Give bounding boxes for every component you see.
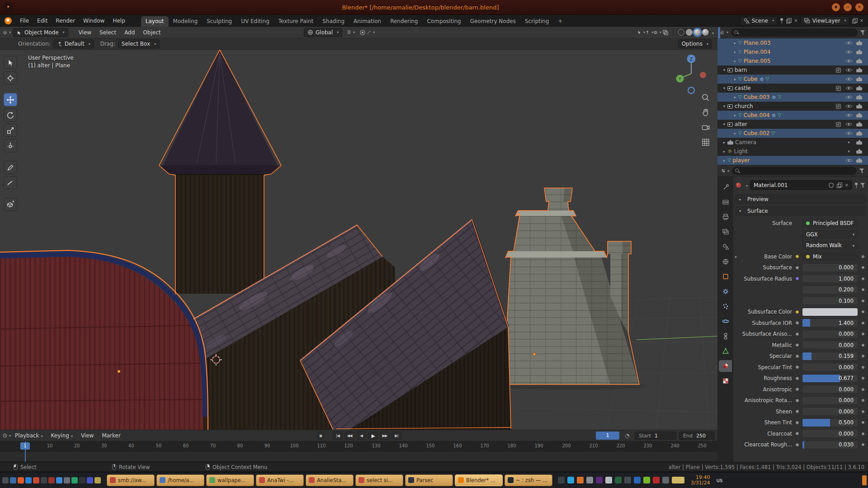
proportional-falloff-dropdown[interactable]: [367, 28, 375, 37]
specular-tint-slider[interactable]: 0.000: [802, 363, 858, 371]
tab-sculpting[interactable]: Sculpting: [202, 16, 236, 27]
expand-icon[interactable]: [732, 95, 738, 99]
menu-window[interactable]: Window: [79, 18, 108, 24]
unlink-scene-icon[interactable]: ×: [794, 18, 797, 23]
jump-to-end-button[interactable]: ▶|: [392, 432, 401, 440]
preview-range-icon[interactable]: ◔: [625, 432, 629, 439]
fake-user-shield-icon[interactable]: [829, 183, 834, 188]
animate-dot[interactable]: [862, 399, 864, 402]
shading-solid-button[interactable]: [686, 29, 693, 36]
tray-icon[interactable]: [605, 477, 612, 483]
tab-constraints[interactable]: [719, 330, 732, 342]
collection-checkbox[interactable]: [836, 86, 841, 91]
gizmos-dropdown[interactable]: [645, 28, 653, 37]
shading-rendered-button[interactable]: [702, 29, 709, 36]
pin-scene-icon[interactable]: [780, 18, 783, 23]
outliner-row-castle-collection[interactable]: castle: [717, 84, 868, 93]
tray-icon[interactable]: [577, 477, 584, 483]
keyboard-layout-indicator[interactable]: us: [716, 477, 722, 483]
menu-render[interactable]: Render: [52, 18, 79, 24]
proportional-editing-toggle[interactable]: [359, 28, 367, 37]
tray-icon[interactable]: [615, 477, 622, 483]
object-menu[interactable]: Object: [139, 29, 165, 36]
collapse-icon[interactable]: [721, 122, 727, 127]
tab-physics[interactable]: [719, 315, 732, 327]
visibility-chevron-icon[interactable]: [848, 149, 850, 154]
jump-to-start-button[interactable]: |◀: [333, 432, 343, 440]
base-color-button[interactable]: Mix: [802, 252, 858, 261]
render-visibility-icon[interactable]: [856, 86, 862, 90]
render-visibility-icon[interactable]: [856, 131, 862, 136]
timeline-ruler[interactable]: 10 20 30 40 50 60 70 80 90 100 110 120 1…: [0, 441, 717, 452]
add-cube-tool[interactable]: [4, 198, 17, 211]
select-menu[interactable]: Select: [95, 29, 120, 36]
expand-icon[interactable]: [732, 41, 738, 45]
mode-dropdown[interactable]: Object Mode: [13, 28, 68, 37]
tab-tool[interactable]: [719, 181, 732, 193]
collection-checkbox[interactable]: [836, 68, 841, 73]
taskbar-window-files[interactable]: /home/a...: [156, 474, 204, 486]
move-tool[interactable]: [4, 93, 17, 106]
expand-icon[interactable]: [735, 254, 740, 259]
expand-icon[interactable]: [721, 158, 727, 163]
launcher-icon[interactable]: [87, 477, 93, 483]
timeline-editor-dropdown[interactable]: [3, 432, 11, 440]
launcher-icon[interactable]: [56, 477, 62, 483]
hide-icon[interactable]: [846, 76, 852, 82]
tab-compositing[interactable]: Compositing: [422, 16, 465, 27]
taskbar-window-zsh[interactable]: ~ : zsh — ...: [505, 474, 552, 486]
expand-icon[interactable]: [721, 140, 727, 145]
keying-menu[interactable]: Keying: [47, 432, 77, 439]
subsurface-radius-field[interactable]: 1.000: [802, 274, 858, 283]
tab-output[interactable]: [719, 211, 732, 223]
play-button[interactable]: ▶: [368, 432, 378, 440]
pan-hand-icon[interactable]: [701, 108, 710, 117]
tray-icon[interactable]: [624, 477, 631, 483]
outliner-row-barn-collection[interactable]: barn: [717, 66, 868, 75]
animate-dot[interactable]: [862, 333, 864, 335]
launcher-icon[interactable]: [79, 477, 85, 483]
tab-layout[interactable]: Layout: [141, 16, 169, 27]
hide-icon[interactable]: [846, 85, 852, 91]
prev-keyframe-button[interactable]: ◀◀: [344, 432, 354, 440]
zoom-icon[interactable]: [701, 93, 710, 102]
navigation-gizmo[interactable]: Z Y: [674, 52, 709, 95]
outliner-row-alter-collection[interactable]: alter: [717, 120, 868, 129]
tab-geometry-nodes[interactable]: Geometry Nodes: [466, 16, 520, 27]
outliner-search-input[interactable]: [731, 28, 858, 37]
material-name-field[interactable]: Material.001 ×: [750, 180, 852, 190]
tab-object[interactable]: [719, 271, 732, 282]
tab-animation[interactable]: Animation: [349, 16, 386, 27]
titlebar[interactable]: ▾ Blender* [/home/amalie/Desktop/blender…: [0, 0, 868, 15]
render-visibility-icon[interactable]: [856, 50, 862, 54]
subsurface-radius-field[interactable]: 0.200: [802, 286, 858, 294]
tab-object-data[interactable]: [719, 345, 732, 357]
shading-wireframe-button[interactable]: [678, 29, 684, 36]
animate-dot[interactable]: [862, 410, 864, 413]
hide-icon[interactable]: [846, 67, 852, 73]
launcher-icon[interactable]: [71, 477, 78, 483]
launcher-icon[interactable]: [2, 477, 9, 483]
preview-section-header[interactable]: Preview: [735, 194, 865, 204]
hide-icon[interactable]: [846, 58, 852, 64]
viewport-canvas[interactable]: User Perspective (1) alter | Plane Z: [0, 50, 717, 430]
tray-icon-wide[interactable]: [672, 477, 684, 483]
render-visibility-icon[interactable]: [856, 104, 862, 108]
menu-file[interactable]: File: [16, 18, 33, 24]
clearcoat-slider[interactable]: 0.000: [802, 429, 858, 438]
outliner-row-plane005[interactable]: Plane.005: [717, 56, 868, 66]
unlink-material-icon[interactable]: ×: [845, 183, 849, 188]
add-workspace-button[interactable]: +: [553, 16, 567, 27]
animate-dot[interactable]: [862, 388, 864, 391]
ortho-grid-icon[interactable]: [701, 138, 710, 147]
keep-above-button[interactable]: ♦: [832, 3, 840, 11]
window-menu-icon[interactable]: ▾: [4, 3, 13, 12]
animate-dot[interactable]: [862, 310, 864, 313]
tab-rendering[interactable]: Rendering: [386, 16, 422, 27]
hide-icon[interactable]: [846, 103, 852, 109]
render-visibility-icon[interactable]: [856, 68, 862, 72]
expand-icon[interactable]: [721, 149, 727, 154]
subsurface-ior-slider[interactable]: 1.400: [802, 319, 858, 327]
subsurface-radius-field[interactable]: 0.100: [802, 296, 858, 305]
launcher-icon[interactable]: [48, 477, 55, 483]
